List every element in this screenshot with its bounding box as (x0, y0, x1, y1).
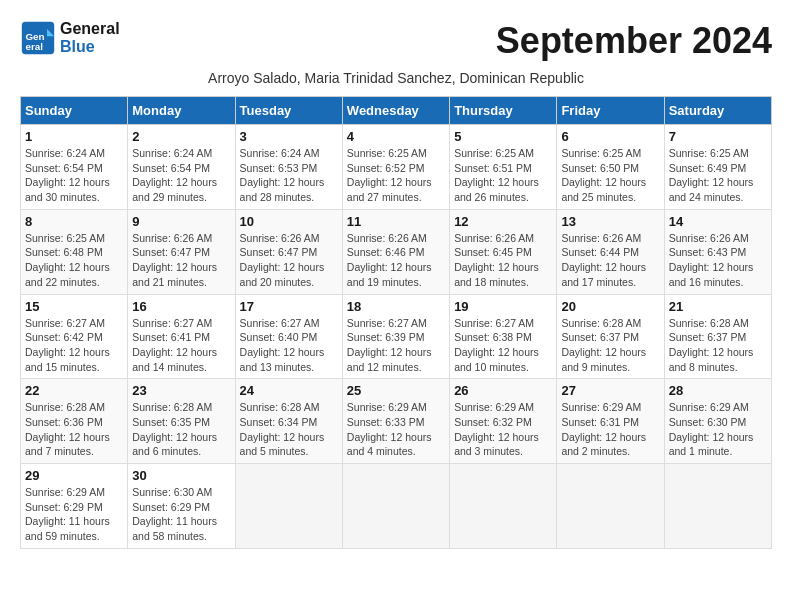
day-number: 25 (347, 383, 445, 398)
days-header-row: Sunday Monday Tuesday Wednesday Thursday… (21, 97, 772, 125)
day-info: Sunrise: 6:28 AM Sunset: 6:34 PM Dayligh… (240, 400, 338, 459)
day-number: 22 (25, 383, 123, 398)
day-info: Sunrise: 6:28 AM Sunset: 6:36 PM Dayligh… (25, 400, 123, 459)
subtitle: Arroyo Salado, Maria Trinidad Sanchez, D… (20, 70, 772, 86)
day-number: 10 (240, 214, 338, 229)
calendar-cell: 17Sunrise: 6:27 AM Sunset: 6:40 PM Dayli… (235, 294, 342, 379)
header-thursday: Thursday (450, 97, 557, 125)
svg-text:eral: eral (25, 41, 43, 52)
day-info: Sunrise: 6:26 AM Sunset: 6:43 PM Dayligh… (669, 231, 767, 290)
day-info: Sunrise: 6:29 AM Sunset: 6:32 PM Dayligh… (454, 400, 552, 459)
calendar-cell (557, 464, 664, 549)
day-number: 26 (454, 383, 552, 398)
day-info: Sunrise: 6:28 AM Sunset: 6:37 PM Dayligh… (669, 316, 767, 375)
logo-text-line2: Blue (60, 38, 120, 56)
day-info: Sunrise: 6:25 AM Sunset: 6:48 PM Dayligh… (25, 231, 123, 290)
day-info: Sunrise: 6:29 AM Sunset: 6:31 PM Dayligh… (561, 400, 659, 459)
calendar-cell: 10Sunrise: 6:26 AM Sunset: 6:47 PM Dayli… (235, 209, 342, 294)
calendar-cell (235, 464, 342, 549)
header-friday: Friday (557, 97, 664, 125)
day-number: 28 (669, 383, 767, 398)
day-info: Sunrise: 6:29 AM Sunset: 6:33 PM Dayligh… (347, 400, 445, 459)
day-number: 14 (669, 214, 767, 229)
day-number: 30 (132, 468, 230, 483)
day-number: 21 (669, 299, 767, 314)
calendar-cell (450, 464, 557, 549)
header-sunday: Sunday (21, 97, 128, 125)
day-number: 19 (454, 299, 552, 314)
day-info: Sunrise: 6:26 AM Sunset: 6:45 PM Dayligh… (454, 231, 552, 290)
logo-icon: Gen eral (20, 20, 56, 56)
logo: Gen eral General Blue (20, 20, 120, 56)
day-info: Sunrise: 6:24 AM Sunset: 6:54 PM Dayligh… (25, 146, 123, 205)
day-number: 8 (25, 214, 123, 229)
calendar-cell: 26Sunrise: 6:29 AM Sunset: 6:32 PM Dayli… (450, 379, 557, 464)
header-wednesday: Wednesday (342, 97, 449, 125)
logo-text-line1: General (60, 20, 120, 38)
calendar-cell (342, 464, 449, 549)
calendar-cell: 20Sunrise: 6:28 AM Sunset: 6:37 PM Dayli… (557, 294, 664, 379)
day-info: Sunrise: 6:27 AM Sunset: 6:42 PM Dayligh… (25, 316, 123, 375)
calendar-cell: 27Sunrise: 6:29 AM Sunset: 6:31 PM Dayli… (557, 379, 664, 464)
calendar-cell (664, 464, 771, 549)
calendar-week-row: 29Sunrise: 6:29 AM Sunset: 6:29 PM Dayli… (21, 464, 772, 549)
day-info: Sunrise: 6:26 AM Sunset: 6:44 PM Dayligh… (561, 231, 659, 290)
header-tuesday: Tuesday (235, 97, 342, 125)
day-number: 16 (132, 299, 230, 314)
day-info: Sunrise: 6:28 AM Sunset: 6:37 PM Dayligh… (561, 316, 659, 375)
calendar-cell: 7Sunrise: 6:25 AM Sunset: 6:49 PM Daylig… (664, 125, 771, 210)
calendar-table: Sunday Monday Tuesday Wednesday Thursday… (20, 96, 772, 549)
day-number: 27 (561, 383, 659, 398)
calendar-cell: 9Sunrise: 6:26 AM Sunset: 6:47 PM Daylig… (128, 209, 235, 294)
calendar-cell: 24Sunrise: 6:28 AM Sunset: 6:34 PM Dayli… (235, 379, 342, 464)
calendar-week-row: 15Sunrise: 6:27 AM Sunset: 6:42 PM Dayli… (21, 294, 772, 379)
day-info: Sunrise: 6:27 AM Sunset: 6:38 PM Dayligh… (454, 316, 552, 375)
day-info: Sunrise: 6:25 AM Sunset: 6:50 PM Dayligh… (561, 146, 659, 205)
calendar-cell: 25Sunrise: 6:29 AM Sunset: 6:33 PM Dayli… (342, 379, 449, 464)
calendar-cell: 30Sunrise: 6:30 AM Sunset: 6:29 PM Dayli… (128, 464, 235, 549)
day-number: 15 (25, 299, 123, 314)
day-number: 13 (561, 214, 659, 229)
day-info: Sunrise: 6:24 AM Sunset: 6:53 PM Dayligh… (240, 146, 338, 205)
calendar-cell: 16Sunrise: 6:27 AM Sunset: 6:41 PM Dayli… (128, 294, 235, 379)
day-info: Sunrise: 6:25 AM Sunset: 6:52 PM Dayligh… (347, 146, 445, 205)
day-number: 29 (25, 468, 123, 483)
day-number: 18 (347, 299, 445, 314)
calendar-cell: 28Sunrise: 6:29 AM Sunset: 6:30 PM Dayli… (664, 379, 771, 464)
day-number: 23 (132, 383, 230, 398)
day-info: Sunrise: 6:26 AM Sunset: 6:47 PM Dayligh… (132, 231, 230, 290)
day-number: 1 (25, 129, 123, 144)
day-number: 17 (240, 299, 338, 314)
day-info: Sunrise: 6:26 AM Sunset: 6:46 PM Dayligh… (347, 231, 445, 290)
calendar-cell: 1Sunrise: 6:24 AM Sunset: 6:54 PM Daylig… (21, 125, 128, 210)
calendar-cell: 13Sunrise: 6:26 AM Sunset: 6:44 PM Dayli… (557, 209, 664, 294)
calendar-cell: 8Sunrise: 6:25 AM Sunset: 6:48 PM Daylig… (21, 209, 128, 294)
month-year-title: September 2024 (496, 20, 772, 62)
day-number: 6 (561, 129, 659, 144)
day-info: Sunrise: 6:30 AM Sunset: 6:29 PM Dayligh… (132, 485, 230, 544)
calendar-cell: 15Sunrise: 6:27 AM Sunset: 6:42 PM Dayli… (21, 294, 128, 379)
day-number: 9 (132, 214, 230, 229)
day-info: Sunrise: 6:27 AM Sunset: 6:39 PM Dayligh… (347, 316, 445, 375)
day-info: Sunrise: 6:27 AM Sunset: 6:41 PM Dayligh… (132, 316, 230, 375)
calendar-cell: 5Sunrise: 6:25 AM Sunset: 6:51 PM Daylig… (450, 125, 557, 210)
day-info: Sunrise: 6:29 AM Sunset: 6:29 PM Dayligh… (25, 485, 123, 544)
day-info: Sunrise: 6:28 AM Sunset: 6:35 PM Dayligh… (132, 400, 230, 459)
day-info: Sunrise: 6:26 AM Sunset: 6:47 PM Dayligh… (240, 231, 338, 290)
calendar-cell: 19Sunrise: 6:27 AM Sunset: 6:38 PM Dayli… (450, 294, 557, 379)
calendar-week-row: 1Sunrise: 6:24 AM Sunset: 6:54 PM Daylig… (21, 125, 772, 210)
day-info: Sunrise: 6:25 AM Sunset: 6:51 PM Dayligh… (454, 146, 552, 205)
calendar-cell: 2Sunrise: 6:24 AM Sunset: 6:54 PM Daylig… (128, 125, 235, 210)
day-number: 7 (669, 129, 767, 144)
day-number: 4 (347, 129, 445, 144)
calendar-cell: 21Sunrise: 6:28 AM Sunset: 6:37 PM Dayli… (664, 294, 771, 379)
calendar-cell: 22Sunrise: 6:28 AM Sunset: 6:36 PM Dayli… (21, 379, 128, 464)
day-info: Sunrise: 6:25 AM Sunset: 6:49 PM Dayligh… (669, 146, 767, 205)
calendar-cell: 6Sunrise: 6:25 AM Sunset: 6:50 PM Daylig… (557, 125, 664, 210)
calendar-cell: 23Sunrise: 6:28 AM Sunset: 6:35 PM Dayli… (128, 379, 235, 464)
calendar-week-row: 22Sunrise: 6:28 AM Sunset: 6:36 PM Dayli… (21, 379, 772, 464)
calendar-cell: 12Sunrise: 6:26 AM Sunset: 6:45 PM Dayli… (450, 209, 557, 294)
day-number: 2 (132, 129, 230, 144)
calendar-cell: 18Sunrise: 6:27 AM Sunset: 6:39 PM Dayli… (342, 294, 449, 379)
calendar-week-row: 8Sunrise: 6:25 AM Sunset: 6:48 PM Daylig… (21, 209, 772, 294)
